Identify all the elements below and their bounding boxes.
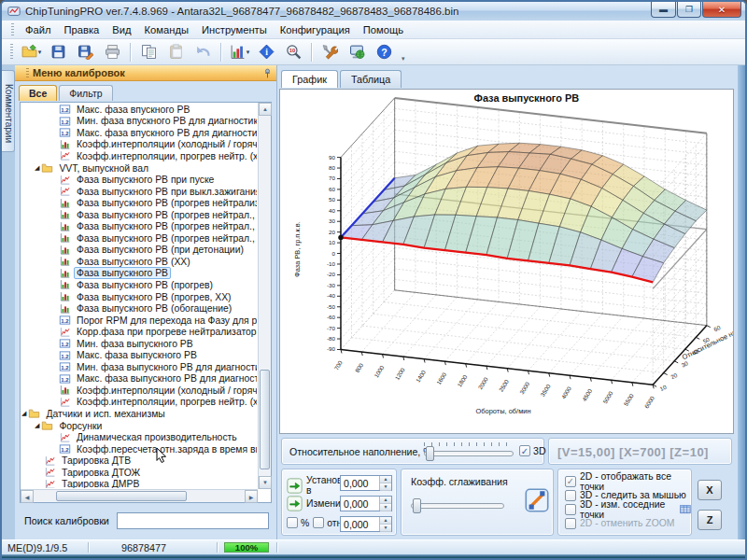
z-axis-button[interactable]: Z xyxy=(698,510,722,530)
tree-item[interactable]: Коэфф.интерполяции, прогрев нейтр. (холо… xyxy=(21,150,257,162)
tab-table[interactable]: Таблица xyxy=(340,70,402,88)
spin-up-icon[interactable]: ▲ xyxy=(380,517,391,525)
menu-item-2[interactable]: Вид xyxy=(106,22,137,37)
load-slider[interactable] xyxy=(424,447,514,460)
tree-item[interactable]: ◢Датчики и исп. механизмы xyxy=(21,408,257,420)
save-button[interactable] xyxy=(46,41,71,63)
copy-button[interactable] xyxy=(136,41,162,63)
undo-button[interactable] xyxy=(190,41,216,63)
percent-checkbox[interactable] xyxy=(287,517,298,528)
scroll-up-icon[interactable]: ▲ xyxy=(259,103,272,116)
set-value-button[interactable] xyxy=(287,478,303,494)
menu-item-5[interactable]: Конфигурация xyxy=(274,22,357,37)
tree-item[interactable]: Фаза выпускного РВ (ХХ) xyxy=(21,256,257,268)
menu-item-6[interactable]: Помощь xyxy=(357,22,410,37)
hscroll-thumb[interactable] xyxy=(56,491,187,501)
tree-item[interactable]: 1.2Порог RPM для перехода на Фазу для ре… xyxy=(21,315,257,327)
tree-item[interactable]: Динамическая производительность xyxy=(21,431,257,443)
print-button[interactable] xyxy=(100,41,125,63)
scroll-right-icon[interactable]: ▶ xyxy=(245,490,258,503)
menu-item-1[interactable]: Правка xyxy=(58,22,106,37)
tree-item[interactable]: Коэфф.интерполяции (холодный / горячий ) xyxy=(21,139,257,151)
tree-item[interactable]: ◢VVT, выпускной вал xyxy=(21,162,257,175)
tab-filter[interactable]: Фильтр xyxy=(59,85,112,101)
expand-icon[interactable]: ◢ xyxy=(35,422,39,429)
title-bar[interactable]: ChipTuningPRO ver.7.4.8.969 - Antara32L_… xyxy=(2,2,745,21)
calibration-search-input[interactable] xyxy=(117,512,269,529)
change-value-spinner[interactable]: 0,000 ▲▼ xyxy=(340,496,392,511)
tree-horizontal-scrollbar[interactable]: ◀ ▶ xyxy=(21,489,258,502)
change-value-button[interactable] xyxy=(287,496,303,511)
tree-item[interactable]: Фаза выпускного РВ (прогрев, ХХ) xyxy=(21,291,257,303)
option-checkbox-0[interactable] xyxy=(565,476,576,487)
tree-item[interactable]: 1.2Макс. фаза впускного РВ для диагности… xyxy=(21,127,257,139)
tree-item[interactable]: 1.2Макс. фаза выпускного РВ для диагност… xyxy=(21,373,257,385)
tree-item[interactable]: 1.2Коэфф.пересчета отн.заряда в время вп… xyxy=(21,443,257,455)
tree-vertical-scrollbar[interactable]: ▲ ▼ xyxy=(258,103,271,489)
close-button[interactable]: ✕ xyxy=(702,2,741,18)
tree-item[interactable]: Тарировка ДМРВ xyxy=(21,479,257,489)
tree-item[interactable]: 1.2Мин. фаза выпускного РВ для диагности… xyxy=(21,361,257,373)
spin-up-icon[interactable]: ▲ xyxy=(380,497,391,504)
option-checkbox-1[interactable] xyxy=(565,490,576,501)
expand-icon[interactable]: ◢ xyxy=(35,164,39,172)
help-button[interactable]: ? xyxy=(372,41,397,63)
tree-item[interactable]: Фаза выпускного РВ xyxy=(21,268,257,280)
minimize-button[interactable]: ▬ xyxy=(651,2,676,18)
dropdown-arrow-icon[interactable]: ▾ xyxy=(247,49,250,56)
set-value-field[interactable]: 0,000 xyxy=(341,476,379,490)
tree-item[interactable]: Коэфф.интерполяции, прогрев нейтр. (холо… xyxy=(21,397,257,409)
tree-item[interactable]: 1.2Мин. фаза выпускного РВ xyxy=(21,338,257,350)
dropdown-arrow-icon[interactable]: ▾ xyxy=(38,49,42,56)
tree-item[interactable]: Коэфф.интерполяции (холодный / горячий ) xyxy=(21,385,257,397)
chart-compare-button[interactable]: ▾ xyxy=(227,41,252,63)
pin-icon[interactable] xyxy=(262,68,273,78)
tools-button[interactable] xyxy=(317,41,343,63)
grid-icon[interactable] xyxy=(680,504,691,515)
save-edit-button[interactable] xyxy=(73,41,98,63)
set-value-spinner[interactable]: 0,000 ▲▼ xyxy=(340,475,392,491)
option-checkbox-2[interactable] xyxy=(565,504,576,515)
tab-chart[interactable]: График xyxy=(281,70,338,88)
zoom-10-button[interactable]: 10 xyxy=(281,41,306,63)
tree-item[interactable]: Фаза выпускного РВ (прогрев нейтрал., хо… xyxy=(21,209,257,221)
tree-item[interactable]: Фаза выпускного РВ (при детонации) xyxy=(21,245,257,257)
remote-pc-button[interactable] xyxy=(345,41,370,63)
load-slider-thumb[interactable] xyxy=(426,446,434,461)
vscroll-thumb[interactable] xyxy=(260,370,270,470)
tree-item[interactable]: Фаза выпускного РВ (прогрев нейтрал., ХХ… xyxy=(21,220,257,232)
x-axis-button[interactable]: X xyxy=(698,480,722,500)
apply-smoothing-button[interactable] xyxy=(525,488,549,512)
chart-canvas[interactable]: -90-80-70-60-50-40-30-20-100102030405060… xyxy=(279,89,734,434)
maximize-button[interactable]: ❐ xyxy=(677,2,701,18)
open-folder-button[interactable]: ▾ xyxy=(19,41,44,63)
spin-down-icon[interactable]: ▼ xyxy=(380,504,391,511)
tab-all[interactable]: Все xyxy=(19,85,57,101)
menu-item-4[interactable]: Инструменты xyxy=(195,22,274,37)
menu-item-3[interactable]: Команды xyxy=(138,22,195,37)
tree-item[interactable]: 1.2Мин. фаза впускного РВ для диагностик… xyxy=(21,116,257,128)
tree-item[interactable]: Фаза выпускного РВ (обогащение) xyxy=(21,302,257,315)
scroll-left-icon[interactable]: ◀ xyxy=(21,490,34,503)
spin-up-icon[interactable]: ▲ xyxy=(380,476,391,483)
relative-checkbox[interactable] xyxy=(313,517,324,528)
expand-icon[interactable]: ◢ xyxy=(21,410,26,417)
tree-item[interactable]: Фаза выпускного РВ (прогрев нейтрал., ХХ… xyxy=(21,232,257,245)
smoothing-slider[interactable] xyxy=(411,499,504,512)
3d-checkbox[interactable] xyxy=(519,445,530,456)
smoothing-slider-thumb[interactable] xyxy=(413,498,421,513)
relative-field[interactable]: 0,000 xyxy=(341,517,379,531)
paste-button[interactable] xyxy=(163,41,189,63)
tree-item[interactable]: Фаза выпускного РВ (прогрев) xyxy=(21,279,257,291)
tree-item[interactable]: 1.2Макс. фаза впускного РВ xyxy=(21,104,257,116)
spin-down-icon[interactable]: ▼ xyxy=(380,525,391,532)
tree-item[interactable]: 1.2Макс. фаза выпускного РВ xyxy=(21,349,257,361)
comments-tab[interactable]: Комментарии xyxy=(2,70,15,152)
tree-item[interactable]: Тарировка ДТОЖ xyxy=(21,467,257,479)
tree-item[interactable]: Корр.фаза при прогреве нейтрализатора xyxy=(21,326,257,338)
menu-item-0[interactable]: Файл xyxy=(19,22,58,37)
relative-spinner[interactable]: 0,000 ▲▼ xyxy=(340,516,392,532)
tree-item[interactable]: Фаза выпускного РВ (прогрев нейтрализато… xyxy=(21,197,257,209)
tree-item[interactable]: Фаза выпускного РВ при выкл.зажигания xyxy=(21,186,257,198)
info-button[interactable]: i xyxy=(254,41,279,63)
